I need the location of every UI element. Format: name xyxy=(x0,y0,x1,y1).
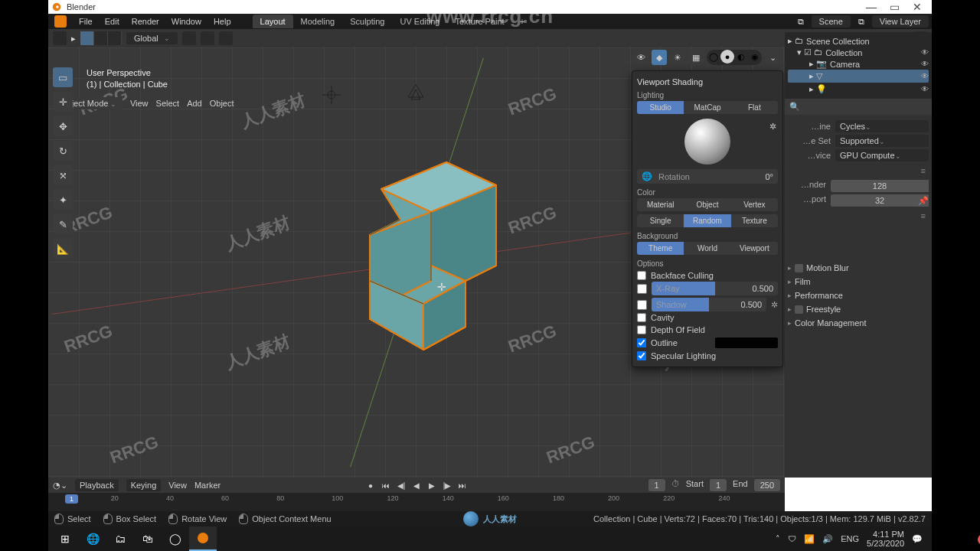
tool-measure[interactable]: 📐 xyxy=(53,239,73,259)
color-material[interactable]: Material xyxy=(637,198,684,211)
visibility-icon[interactable]: 👁 xyxy=(921,60,929,68)
visibility-icon[interactable]: 👁 xyxy=(921,85,929,93)
overlays-icon[interactable]: ☀ xyxy=(670,50,685,65)
tool-scale[interactable]: ⤧ xyxy=(53,165,73,185)
tab-modeling[interactable]: Modeling xyxy=(293,15,343,28)
color-single[interactable]: Single xyxy=(637,214,684,227)
visibility-icon[interactable]: 👁 xyxy=(921,48,929,57)
world-rotation-icon[interactable]: 🌐 xyxy=(642,171,652,181)
tool-cursor[interactable]: ✛ xyxy=(53,92,73,112)
tab-layout[interactable]: Layout xyxy=(253,15,293,28)
color-object[interactable]: Object xyxy=(684,198,730,211)
tray-network-icon[interactable]: 🛡 xyxy=(788,534,796,543)
tray-volume-icon[interactable]: 🔊 xyxy=(822,534,833,544)
tab-texture-paint[interactable]: Texture Paint xyxy=(447,15,511,28)
viewlayer-field[interactable]: View Layer xyxy=(872,15,929,28)
specular-checkbox[interactable] xyxy=(637,351,646,360)
snap-icon[interactable] xyxy=(201,31,214,45)
orientation-dropdown[interactable]: Global xyxy=(126,32,178,44)
tool-transform[interactable]: ✦ xyxy=(53,190,73,210)
jump-end-icon[interactable]: ⏭ xyxy=(456,479,469,491)
shadow-value[interactable]: 0.500 xyxy=(740,300,762,309)
shading-mode-pill[interactable]: ◯ ● ◐ ◉ xyxy=(707,50,762,65)
tab-uv-editing[interactable]: UV Editing xyxy=(392,15,447,28)
lighting-studio[interactable]: Studio xyxy=(637,101,684,114)
panel-performance[interactable]: Performance xyxy=(788,289,929,302)
render-engine-dropdown[interactable]: Cycles xyxy=(835,120,929,132)
taskbar-xbox-icon[interactable]: ◯ xyxy=(162,527,189,551)
tool-rotate[interactable]: ↻ xyxy=(53,141,73,161)
taskbar-store-icon[interactable]: 🛍 xyxy=(134,527,162,551)
tray-lang[interactable]: ENG xyxy=(841,534,859,543)
preset-menu-icon[interactable]: ≡ xyxy=(921,166,926,175)
notifications-icon[interactable]: 💬 xyxy=(912,534,923,544)
play-icon[interactable]: ▶ xyxy=(426,479,438,491)
motion-blur-checkbox[interactable] xyxy=(795,264,803,272)
search-icon[interactable]: 🔍 xyxy=(789,102,800,112)
outliner-collection[interactable]: Collection xyxy=(825,48,862,57)
taskbar-edge-icon[interactable]: 🌐 xyxy=(79,527,106,551)
start-frame-field[interactable]: 1 xyxy=(710,479,727,491)
lighting-flat[interactable]: Flat xyxy=(731,101,778,114)
play-reverse-icon[interactable]: ◀ xyxy=(410,479,423,491)
tool-move[interactable]: ✥ xyxy=(53,116,73,136)
timeline-marker-menu[interactable]: Marker xyxy=(194,481,220,490)
panel-film[interactable]: Film xyxy=(788,275,929,289)
scene-field[interactable]: Scene xyxy=(812,15,851,28)
xray-value[interactable]: 0.500 xyxy=(752,284,773,293)
shading-wireframe-icon[interactable]: ◯ xyxy=(707,50,720,64)
proportional-icon[interactable] xyxy=(219,31,233,45)
shading-matprev-icon[interactable]: ◐ xyxy=(734,50,748,64)
keying-dropdown[interactable]: Keying xyxy=(126,479,162,491)
bg-world[interactable]: World xyxy=(684,242,730,255)
menu-add[interactable]: Add xyxy=(187,99,202,108)
color-random[interactable]: Random xyxy=(684,214,730,227)
active-object-cube[interactable] xyxy=(347,128,515,403)
outline-checkbox[interactable] xyxy=(637,338,646,347)
close-button[interactable]: ✕ xyxy=(906,1,929,13)
shading-dropdown-icon[interactable]: ⌄ xyxy=(765,50,780,65)
autokey-icon[interactable]: ● xyxy=(364,479,377,491)
lighting-matcap[interactable]: MatCap xyxy=(684,101,730,114)
rotation-value[interactable]: 0° xyxy=(765,172,773,181)
tool-annotate[interactable]: ✎ xyxy=(53,214,73,234)
shading-rendered-icon[interactable]: ◉ xyxy=(748,50,762,64)
3d-viewport[interactable]: Object Mode View Select Add Object 👁 ◆ ☀… xyxy=(48,47,785,478)
timeline-ruler[interactable]: 1 20 40 60 80 100 120 140 160 180 200 22… xyxy=(48,493,785,511)
tab-sculpting[interactable]: Sculpting xyxy=(342,15,392,28)
device-dropdown[interactable]: GPU Compute xyxy=(835,149,929,161)
start-button[interactable]: ⊞ xyxy=(51,527,79,551)
menu-render[interactable]: Render xyxy=(126,17,165,26)
menu-edit[interactable]: Edit xyxy=(99,17,126,26)
menu-view[interactable]: View xyxy=(130,99,149,108)
tool-select-box[interactable]: ▭ xyxy=(53,67,73,87)
end-frame-field[interactable]: 250 xyxy=(754,479,780,491)
cavity-checkbox[interactable] xyxy=(637,313,646,322)
pin-icon[interactable]: 📌 xyxy=(918,196,929,206)
jump-start-icon[interactable]: ⏮ xyxy=(380,479,392,491)
camera-gizmo[interactable] xyxy=(400,78,431,105)
minimize-button[interactable]: — xyxy=(860,1,883,13)
outliner-cube[interactable] xyxy=(825,70,834,82)
pivot-icon[interactable] xyxy=(182,31,196,45)
studio-light-preview[interactable] xyxy=(684,119,730,165)
outliner-light[interactable] xyxy=(830,83,838,95)
timeline-editor-icon[interactable]: ◔⌄ xyxy=(53,481,67,491)
snap-face-icon[interactable] xyxy=(108,31,122,45)
tray-up-icon[interactable]: ˄ xyxy=(776,534,780,544)
outliner-scene-collection[interactable]: Scene Collection xyxy=(806,37,870,46)
menu-object[interactable]: Object xyxy=(210,99,234,108)
color-vertex[interactable]: Vertex xyxy=(731,198,778,211)
freestyle-checkbox[interactable] xyxy=(795,305,803,314)
xray-icon[interactable]: ▦ xyxy=(688,50,704,65)
playback-dropdown[interactable]: Playback xyxy=(75,479,119,491)
tab-add[interactable]: + xyxy=(512,15,532,28)
shadow-checkbox[interactable] xyxy=(637,300,647,310)
menu-select[interactable]: Select xyxy=(156,99,180,108)
panel-freestyle[interactable]: Freestyle xyxy=(788,302,929,316)
current-frame-field[interactable]: 1 xyxy=(648,479,665,491)
maximize-button[interactable]: ▭ xyxy=(883,1,906,13)
selectability-icon[interactable]: 👁 xyxy=(633,50,648,65)
keyframe-next-icon[interactable]: |▶ xyxy=(441,479,453,491)
menu-help[interactable]: Help xyxy=(207,17,237,26)
